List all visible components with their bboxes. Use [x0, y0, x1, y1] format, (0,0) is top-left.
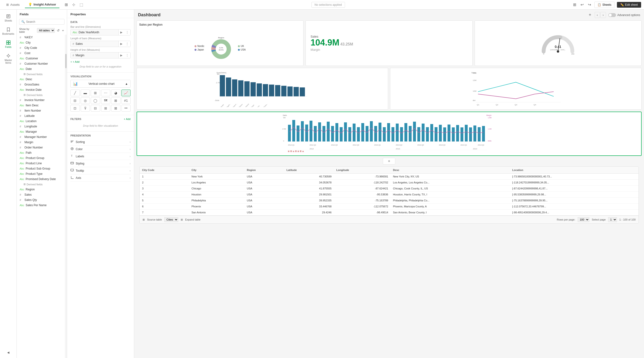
collapse-btn[interactable]: ◀	[6, 349, 11, 356]
measure-sales-row[interactable]: # Sales ▶ ⋮	[70, 41, 130, 47]
field-item-manager-number[interactable]: #Manager Number	[17, 134, 65, 140]
pres-item-tooltip[interactable]: Tooltip ›	[70, 167, 130, 174]
viz-type-selector[interactable]: 📊 Vertical combo chart ▲	[70, 80, 130, 88]
select-page-select[interactable]: 1	[608, 217, 617, 222]
field-item-grosssales[interactable]: #GrossSales	[17, 82, 65, 87]
field-item-customer-number[interactable]: #Customer Number	[17, 61, 65, 66]
pres-item-labels[interactable]: T Labels ›	[70, 153, 130, 160]
next-arrow[interactable]: ›	[600, 12, 606, 18]
field-item-cost[interactable]: #Cost	[17, 50, 65, 56]
margin-expand-btn[interactable]: ▶	[118, 52, 124, 58]
field-item-path[interactable]: AbcPath	[17, 150, 65, 155]
viz-donut-btn[interactable]: ◯	[91, 97, 100, 104]
field-item-promised-delivery[interactable]: AbcPromised Delivery Date	[17, 176, 65, 182]
col-city-code[interactable]: City Code	[140, 167, 189, 174]
rows-per-page-select[interactable]: 100	[578, 217, 590, 222]
measure-margin-row[interactable]: # Margin ▶ ⋮	[70, 52, 130, 58]
field-item-margin[interactable]: #Margin	[17, 140, 65, 145]
col-desc[interactable]: Desc	[390, 167, 510, 174]
edit-sheet-button[interactable]: ✏️ Edit sheet	[617, 2, 641, 8]
viz-treemap-btn[interactable]: ⊞	[91, 89, 100, 96]
field-item-region[interactable]: AbcRegion	[17, 187, 65, 192]
field-item-item-number[interactable]: #Item Number	[17, 108, 65, 113]
pres-item-color[interactable]: Color ›	[70, 146, 130, 153]
viz-text-btn[interactable]: #1	[122, 97, 131, 104]
field-item-date[interactable]: AbcDate	[17, 66, 65, 72]
sidebar-item-fields[interactable]: Fields	[1, 38, 16, 50]
viz-gauge-btn[interactable]: ◎	[81, 97, 90, 104]
col-region[interactable]: Region	[244, 167, 284, 174]
dim-field-row[interactable]: Abc Date.YearMonth ▶ ⋮	[70, 29, 130, 35]
add-chart-btn[interactable]: +	[383, 158, 395, 165]
viz-line-btn[interactable]: ╱	[70, 89, 80, 96]
field-item-customer[interactable]: AbcCustomer	[17, 56, 65, 61]
viz-bar-btn[interactable]: ▬	[81, 89, 90, 96]
sidebar-item-sheets[interactable]: Sheets	[1, 12, 16, 24]
field-item-sales[interactable]: #Sales	[17, 192, 65, 197]
viz-pie-btn[interactable]: ◕	[111, 89, 120, 96]
field-item-desc[interactable]: AbcDesc	[17, 77, 65, 82]
sidebar-item-bookmarks[interactable]: Bookmarks	[1, 25, 16, 37]
col-location[interactable]: Location	[510, 167, 638, 174]
fields-search-box[interactable]: 🔍	[19, 19, 64, 25]
field-item-order-number[interactable]: #Order Number	[17, 145, 65, 150]
viz-map-btn[interactable]: 🗺	[101, 97, 110, 104]
viz-waterfall-btn[interactable]: ⊟	[91, 105, 100, 112]
refresh-btn[interactable]: ↺	[56, 28, 60, 33]
pres-item-styling[interactable]: Styling ›	[70, 160, 130, 167]
add-field-btn[interactable]: +	[62, 28, 64, 33]
table-select[interactable]: All tables	[37, 28, 55, 33]
add-sheet-btn[interactable]: +	[588, 11, 592, 18]
pres-item-axis[interactable]: Axis ›	[70, 174, 130, 182]
field-item-longitude[interactable]: #Longitude	[17, 124, 65, 129]
grid-layout-btn[interactable]: ⊞	[572, 1, 577, 8]
field-item-derived-3[interactable]: ⊞ Derived fields	[17, 182, 65, 187]
assets-tab[interactable]: ⊞ Assets	[3, 1, 23, 8]
grid-icon-btn[interactable]: ⊞	[64, 1, 69, 8]
source-table-select[interactable]: Cities	[164, 217, 178, 222]
col-latitude[interactable]: Latitude	[284, 167, 334, 174]
col-longitude[interactable]: Longitude	[334, 167, 390, 174]
field-item-product-group[interactable]: AbcProduct Group	[17, 155, 65, 161]
dim-expand-btn[interactable]: ▶	[118, 29, 124, 35]
pres-item-sorting[interactable]: Sorting ›	[70, 138, 130, 146]
fields-search-input[interactable]	[26, 20, 62, 23]
table-scroll[interactable]: City Code City Region Latitude Longitude…	[140, 167, 638, 216]
add-field-btn[interactable]: + + Add	[70, 60, 80, 63]
undo-btn[interactable]: ↩	[580, 1, 584, 8]
sales-expand-btn[interactable]: ▶	[118, 41, 124, 47]
redo-btn[interactable]: ↪	[587, 1, 592, 8]
sidebar-item-master-items[interactable]: Master Items	[1, 51, 16, 66]
field-item-latitude[interactable]: #Latitude	[17, 113, 65, 118]
sales-menu-btn[interactable]: ⋮	[124, 41, 130, 47]
field-item-invoice-number[interactable]: #Invoice Number	[17, 97, 65, 103]
field-item-item-desc[interactable]: AbcItem Desc	[17, 103, 65, 108]
selection-icon-btn[interactable]: ⬚	[78, 1, 84, 8]
field-item-sales-qty[interactable]: #Sales Qty	[17, 197, 65, 203]
field-item-location[interactable]: AbcLocation	[17, 118, 65, 124]
field-item-derived-2[interactable]: ⊞ Derived fields	[17, 92, 65, 97]
field-item-city[interactable]: AbcCity	[17, 40, 65, 45]
add-filter-btn[interactable]: + Add	[124, 118, 130, 120]
field-item-city-code[interactable]: #City Code	[17, 45, 65, 50]
field-item-invoice-date[interactable]: AbcInvoice Date	[17, 87, 65, 92]
viz-funnel-btn[interactable]: ⊽	[81, 105, 90, 112]
field-item-sales-per-name[interactable]: AbcSales Per Name	[17, 203, 65, 208]
margin-menu-btn[interactable]: ⋮	[124, 52, 130, 58]
viz-scatter-btn[interactable]: ⋯	[101, 89, 110, 96]
viz-bullet-btn[interactable]: ⊡	[70, 105, 80, 112]
insight-advisor-tab[interactable]: 💡 Insight Advisor	[25, 1, 60, 8]
cursor-icon-btn[interactable]: ⊹	[71, 1, 76, 8]
dim-menu-btn[interactable]: ⋮	[124, 29, 130, 35]
prev-arrow[interactable]: ‹	[595, 12, 600, 18]
field-item-product-line[interactable]: AbcProduct Line	[17, 161, 65, 166]
field-item-pct-key[interactable]: #%KEY	[17, 35, 65, 40]
viz-pivot-btn[interactable]: ⊠	[111, 97, 120, 104]
field-item-product-type[interactable]: AbcProduct Type	[17, 171, 65, 176]
field-item-manager[interactable]: AbcManager	[17, 129, 65, 134]
advanced-toggle-switch[interactable]	[608, 13, 616, 17]
viz-box-btn[interactable]: ⊞	[101, 105, 110, 112]
col-city[interactable]: City	[189, 167, 244, 174]
sheets-button[interactable]: 📋 Sheets	[594, 2, 614, 8]
viz-table-btn[interactable]: ⊟	[70, 97, 80, 104]
